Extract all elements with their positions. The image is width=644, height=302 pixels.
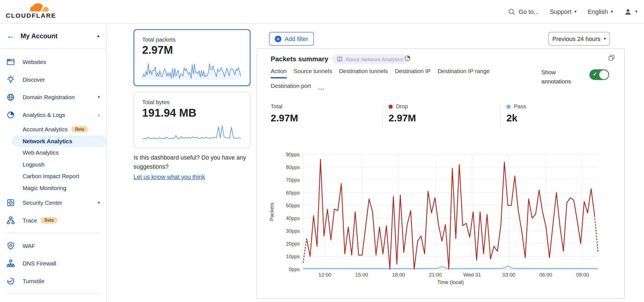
- x-tick-label: 21:00: [429, 272, 442, 278]
- sidebar-item-label: Websites: [22, 58, 100, 65]
- sidebar-item-trace[interactable]: TraceBeta: [0, 211, 107, 229]
- more-tabs-button[interactable]: ...: [318, 84, 324, 91]
- expand-panel-icon[interactable]: [608, 54, 615, 63]
- back-arrow-icon[interactable]: ←: [7, 31, 14, 40]
- chevron-down-icon: ▾: [611, 9, 613, 14]
- sidebar-item-security-center[interactable]: Security Center▾: [0, 194, 107, 211]
- y-tick-label: 50pps: [286, 203, 300, 208]
- time-range-dropdown[interactable]: Previous 24 hours ▾: [548, 32, 610, 46]
- sidebar-item-magic-monitoring[interactable]: Magic Monitoring: [0, 182, 107, 194]
- time-range-label: Previous 24 hours: [552, 35, 600, 42]
- packets-sparkline: [142, 60, 241, 80]
- summary-column: Total packets 2.97M Total bytes 191.94 M…: [133, 23, 250, 181]
- add-filter-button[interactable]: + Add filter: [269, 32, 314, 46]
- tab-source-tunnels[interactable]: Source tunnels: [294, 68, 332, 78]
- panel-title: Packets summary: [271, 55, 328, 63]
- sidebar-item-logpush[interactable]: Logpush: [0, 158, 107, 170]
- sidebar-item-waf[interactable]: WAF: [0, 237, 107, 255]
- language-menu[interactable]: English ▾: [588, 8, 613, 15]
- show-annotations-label: Show annotations: [541, 68, 576, 86]
- turnstile-icon: [7, 277, 15, 285]
- sidebar-item-carbon-impact-report[interactable]: Carbon Impact Report: [0, 170, 107, 182]
- account-menu[interactable]: ▾: [624, 7, 637, 16]
- drop-line-dashed-start: [303, 239, 307, 263]
- y-tick-label: 10pps: [286, 254, 300, 259]
- stat-label: Total: [271, 103, 282, 109]
- x-axis-title: Time (local): [437, 279, 464, 285]
- sidebar-item-label: Turnstile: [22, 278, 100, 284]
- sidebar-divider: [7, 233, 100, 233]
- pie-icon: [7, 111, 15, 119]
- sidebar-item-websites[interactable]: Websites: [0, 53, 107, 71]
- sidebar-item-turnstile[interactable]: Turnstile: [0, 272, 107, 290]
- sidebar-item-discover[interactable]: Discover: [0, 71, 107, 88]
- tab-destination-tunnels[interactable]: Destination tunnels: [339, 68, 388, 78]
- language-label: English: [588, 8, 608, 15]
- tab-destination-port[interactable]: Destination port: [271, 83, 311, 92]
- sidebar-item-account-analytics[interactable]: Account AnalyticsBeta: [0, 124, 107, 135]
- tab-destination-ip-range[interactable]: Destination IP range: [438, 68, 490, 78]
- chart-type-icon[interactable]: [404, 55, 411, 63]
- feedback-text: Is this dashboard useful? Do you have an…: [133, 154, 246, 170]
- x-tick-label: 18:00: [392, 272, 405, 278]
- sidebar-item-dns-firewall[interactable]: DNS Firewall: [0, 254, 107, 272]
- chevron-right-icon[interactable]: ▸: [98, 33, 100, 39]
- lightbulb-icon: [7, 75, 15, 84]
- stat-value: 2.97M: [389, 112, 416, 124]
- total-bytes-card[interactable]: Total bytes 191.94 MB: [133, 92, 250, 148]
- sidebar: ← My Account ▸ WebsitesDiscoverDomain Re…: [0, 23, 107, 302]
- safe-icon: [7, 198, 15, 207]
- tab-destination-ip[interactable]: Destination IP: [395, 68, 431, 78]
- chevron-down-icon: ▾: [98, 95, 100, 99]
- sidebar-item-domain-registration[interactable]: Domain Registration▾: [0, 88, 107, 106]
- go-to-search[interactable]: Go to...: [508, 8, 539, 16]
- stat-drop: Drop2.97M: [389, 103, 416, 124]
- chevron-down-icon: ▾: [635, 9, 637, 14]
- sidebar-item-network-analytics[interactable]: Network Analytics: [11, 135, 106, 147]
- stat-label: Drop: [396, 103, 408, 109]
- search-icon: [508, 8, 516, 16]
- support-menu[interactable]: Support ▾: [550, 8, 577, 15]
- stat-pass: Pass2k: [506, 103, 526, 124]
- chevron-down-icon: ▾: [574, 9, 577, 14]
- packets-chart[interactable]: 0pps10pps20pps30pps40pps50pps60pps70pps8…: [257, 151, 625, 293]
- chevron-up-icon: ▴: [98, 112, 100, 117]
- tab-action[interactable]: Action: [271, 68, 287, 78]
- sidebar-item-analytics-logs[interactable]: Analytics & Logs▴: [0, 106, 107, 124]
- x-tick-label: 06:00: [539, 272, 552, 278]
- cloudflare-logo[interactable]: CLOUDFLARE: [5, 0, 55, 23]
- y-tick-label: 70pps: [286, 177, 300, 183]
- total-packets-card[interactable]: Total packets 2.97M: [133, 29, 250, 86]
- card-value: 191.94 MB: [142, 107, 242, 119]
- show-annotations-toggle[interactable]: ✓: [589, 69, 609, 80]
- sidebar-subitem-label: Web Analytics: [22, 149, 59, 156]
- sidebar-nav: WebsitesDiscoverDomain Registration▾Anal…: [0, 49, 107, 302]
- sidebar-item-label: WAF: [22, 242, 100, 249]
- dimension-tabs-row2: Destination port...: [271, 83, 324, 92]
- sidebar-item-web-analytics[interactable]: Web Analytics: [0, 147, 107, 158]
- stats-divider: [500, 104, 501, 128]
- chevron-down-icon: ▾: [604, 37, 606, 41]
- about-network-analytics-badge[interactable]: About Network Analytics: [332, 54, 408, 64]
- sidebar-subitem-label: Logpush: [22, 161, 45, 168]
- pass-legend-dot: [506, 104, 511, 109]
- x-tick-label: 12:00: [318, 272, 331, 278]
- y-tick-label: 80pps: [286, 164, 300, 170]
- sidebar-item-burst[interactable]: [0, 298, 107, 302]
- sidebar-subitem-label: Account Analytics: [22, 126, 68, 133]
- chevron-down-icon: ▾: [98, 200, 100, 205]
- x-tick-label: 15:00: [355, 272, 368, 278]
- feedback-link[interactable]: Let us know what you think: [133, 173, 205, 181]
- sidebar-header[interactable]: ← My Account ▸: [0, 23, 107, 49]
- shield-icon: [7, 242, 15, 250]
- plus-icon: +: [275, 35, 282, 42]
- y-tick-label: 60pps: [286, 190, 300, 196]
- y-tick-label: 30pps: [286, 228, 300, 234]
- sidebar-subitem-label: Magic Monitoring: [22, 185, 66, 191]
- sidebar-item-label: Domain Registration: [22, 94, 98, 100]
- toggle-knob: [599, 70, 608, 79]
- topbar: CLOUDFLARE Go to... Support ▾ English ▾ …: [0, 0, 644, 24]
- sidebar-subitem-label: Network Analytics: [22, 138, 72, 144]
- go-to-label: Go to...: [519, 8, 539, 15]
- browser-icon: [7, 58, 15, 66]
